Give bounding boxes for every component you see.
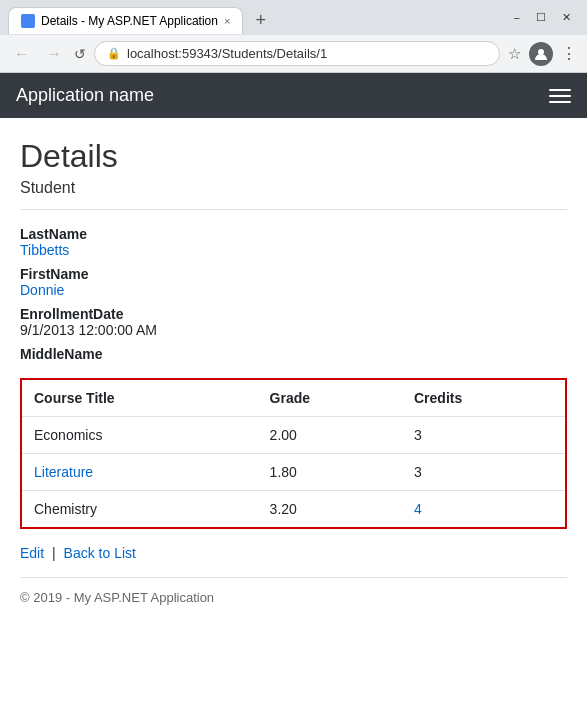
value-firstname: Donnie <box>20 282 567 298</box>
label-firstname: FirstName <box>20 266 567 282</box>
field-firstname: FirstName Donnie <box>20 266 567 298</box>
forward-button[interactable]: → <box>42 45 66 63</box>
footer-text: © 2019 - My ASP.NET Application <box>20 590 214 605</box>
label-lastname: LastName <box>20 226 567 242</box>
page-footer: © 2019 - My ASP.NET Application <box>20 577 567 605</box>
close-button[interactable]: ✕ <box>562 11 571 24</box>
hamburger-line-1 <box>549 89 571 91</box>
enrollment-table: Course Title Grade Credits Economics 2.0… <box>20 378 567 529</box>
restore-button[interactable]: ☐ <box>536 11 546 24</box>
credits-cell: 3 <box>402 417 566 454</box>
grade-cell: 3.20 <box>258 491 402 529</box>
app-navbar: Application name <box>0 73 587 118</box>
label-enrollmentdate: EnrollmentDate <box>20 306 567 322</box>
field-lastname: LastName Tibbetts <box>20 226 567 258</box>
course-cell[interactable]: Literature <box>21 454 258 491</box>
credits-cell: 3 <box>402 454 566 491</box>
field-middlename: MiddleName <box>20 346 567 362</box>
credits-cell[interactable]: 4 <box>402 491 566 529</box>
new-tab-button[interactable]: + <box>247 6 274 35</box>
more-menu-button[interactable]: ⋮ <box>561 44 577 63</box>
lock-icon: 🔒 <box>107 47 121 60</box>
course-cell: Economics <box>21 417 258 454</box>
divider-1 <box>20 209 567 210</box>
table-row: Chemistry 3.20 4 <box>21 491 566 529</box>
page-content: Details Student LastName Tibbetts FirstN… <box>0 118 587 625</box>
back-to-list-link[interactable]: Back to List <box>64 545 136 561</box>
tab-title: Details - My ASP.NET Application <box>41 14 218 28</box>
table-header-row: Course Title Grade Credits <box>21 379 566 417</box>
col-header-grade: Grade <box>258 379 402 417</box>
page-heading: Details <box>20 138 567 175</box>
course-link: Literature <box>34 464 93 480</box>
hamburger-line-2 <box>549 95 571 97</box>
value-enrollmentdate: 9/1/2013 12:00:00 AM <box>20 322 567 338</box>
app-title: Application name <box>16 85 154 106</box>
table-row: Economics 2.00 3 <box>21 417 566 454</box>
url-text: localhost:59343/Students/Details/1 <box>127 46 327 61</box>
window-controls: − ☐ ✕ <box>514 11 579 30</box>
grade-cell: 2.00 <box>258 417 402 454</box>
credits-link: 4 <box>414 501 422 517</box>
active-tab[interactable]: Details - My ASP.NET Application × <box>8 7 243 34</box>
hamburger-line-3 <box>549 101 571 103</box>
hamburger-button[interactable] <box>549 89 571 103</box>
col-header-course: Course Title <box>21 379 258 417</box>
refresh-button[interactable]: ↺ <box>74 46 86 62</box>
field-enrollmentdate: EnrollmentDate 9/1/2013 12:00:00 AM <box>20 306 567 338</box>
tab-close-button[interactable]: × <box>224 15 230 27</box>
profile-button[interactable] <box>529 42 553 66</box>
value-lastname: Tibbetts <box>20 242 567 258</box>
edit-link[interactable]: Edit <box>20 545 44 561</box>
bookmark-icon[interactable]: ☆ <box>508 45 521 63</box>
tab-bar: Details - My ASP.NET Application × + − ☐… <box>0 0 587 35</box>
grade-cell: 1.80 <box>258 454 402 491</box>
url-bar[interactable]: 🔒 localhost:59343/Students/Details/1 <box>94 41 500 66</box>
course-cell: Chemistry <box>21 491 258 529</box>
page-subheading: Student <box>20 179 567 197</box>
tab-favicon <box>21 14 35 28</box>
col-header-credits: Credits <box>402 379 566 417</box>
label-middlename: MiddleName <box>20 346 567 362</box>
actions: Edit | Back to List <box>20 545 567 561</box>
back-button[interactable]: ← <box>10 45 34 63</box>
separator: | <box>52 545 56 561</box>
table-row: Literature 1.80 3 <box>21 454 566 491</box>
table-head: Course Title Grade Credits <box>21 379 566 417</box>
table-body: Economics 2.00 3 Literature 1.80 3 Chemi… <box>21 417 566 529</box>
browser-chrome: Details - My ASP.NET Application × + − ☐… <box>0 0 587 73</box>
minimize-button[interactable]: − <box>514 12 520 24</box>
address-bar: ← → ↺ 🔒 localhost:59343/Students/Details… <box>0 35 587 72</box>
